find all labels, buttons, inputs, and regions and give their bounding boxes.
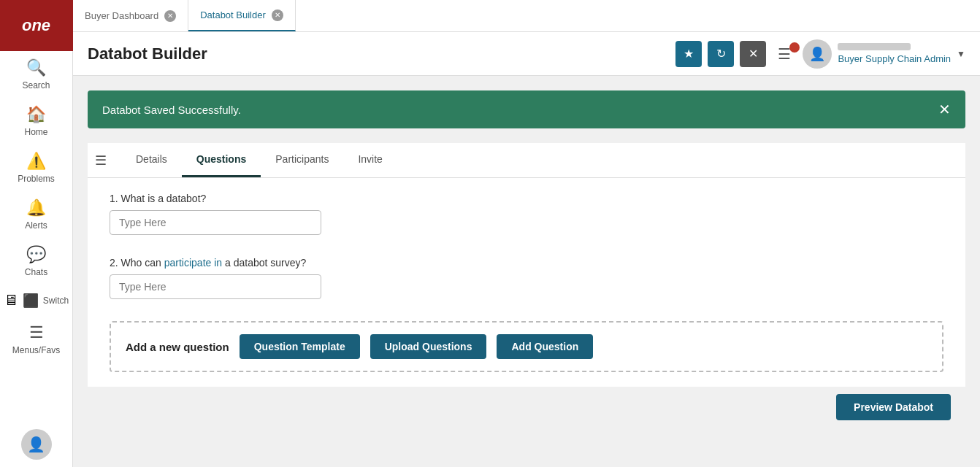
tab-participants[interactable]: Participants [261, 143, 343, 177]
question-text-highlight-2: participate in [164, 257, 225, 269]
sidebar-item-alerts[interactable]: 🔔 Alerts [0, 191, 72, 238]
page-header: Databot Builder ★ ↻ ✕ ☰ 👤 Buyer Supply C… [73, 32, 980, 76]
search-icon: 🔍 [26, 58, 46, 77]
question-template-button[interactable]: Question Template [240, 334, 360, 359]
question-label-1: 1. What is a databot? [110, 193, 943, 204]
tab-label: Databot Builder [200, 9, 266, 20]
sidebar-item-label: Alerts [25, 220, 47, 231]
banner-close-button[interactable]: ✕ [938, 101, 951, 118]
star-button[interactable]: ★ [675, 41, 702, 67]
refresh-button[interactable]: ↻ [708, 41, 734, 67]
menu-button[interactable]: ☰ [772, 45, 797, 63]
tab-questions[interactable]: Questions [182, 143, 261, 177]
header-actions: ★ ↻ ✕ ☰ 👤 Buyer Supply Chain Admin ▼ [675, 39, 965, 69]
add-question-label: Add a new question [126, 341, 229, 353]
question-text-1: What is a databot? [121, 193, 207, 204]
bell-icon: 🔔 [26, 198, 46, 217]
sidebar-item-chats[interactable]: 💬 Chats [0, 238, 72, 285]
questions-area: 1. What is a databot? 2. Who can partici… [88, 178, 965, 387]
tab-close-databot-builder[interactable]: ✕ [272, 9, 283, 21]
question-text-before-2: Who can [121, 257, 164, 269]
banner-message: Databot Saved Successfully. [102, 104, 241, 116]
dropdown-arrow-icon[interactable]: ▼ [957, 49, 965, 59]
sidebar-item-search[interactable]: 🔍 Search [0, 51, 72, 98]
question-text-after-2: a databot survey? [225, 257, 306, 269]
switch-icon-left: 🖥 [4, 292, 18, 309]
tab-details[interactable]: Details [121, 143, 182, 177]
question-input-1[interactable] [110, 210, 321, 235]
home-icon: 🏠 [26, 105, 46, 124]
tab-details-label: Details [136, 153, 167, 165]
question-label-2: 2. Who can participate in a databot surv… [110, 257, 943, 269]
user-section: 👤 Buyer Supply Chain Admin ▼ [803, 39, 965, 69]
nav-menu-icon[interactable]: ☰ [95, 144, 114, 177]
logo-text: one [22, 16, 50, 35]
user-name-blurred [838, 43, 911, 50]
user-info: Buyer Supply Chain Admin [838, 43, 951, 64]
app-logo[interactable]: one [0, 0, 73, 51]
success-banner: Databot Saved Successfully. ✕ [88, 90, 965, 128]
sidebar-item-home[interactable]: 🏠 Home [0, 98, 72, 144]
user-avatar-sidebar[interactable]: 👤 [21, 429, 52, 460]
nav-tabs: ☰ Details Questions Participants Invite [88, 143, 965, 178]
warning-icon: ⚠️ [26, 152, 46, 171]
tab-label: Buyer Dashboard [85, 10, 158, 21]
sidebar-item-menus[interactable]: ☰ Menus/Favs [0, 316, 72, 363]
sidebar-item-problems[interactable]: ⚠️ Problems [0, 144, 72, 191]
sidebar-item-label: Chats [25, 267, 47, 277]
sidebar-item-label: Home [24, 127, 47, 137]
question-input-2[interactable] [110, 274, 321, 299]
switch-label: Switch [43, 296, 69, 306]
tab-bar: Buyer Dashboard ✕ Databot Builder ✕ [73, 0, 980, 32]
tab-participants-label: Participants [275, 153, 329, 165]
tab-buyer-dashboard[interactable]: Buyer Dashboard ✕ [73, 0, 188, 31]
add-question-box: Add a new question Question Template Upl… [110, 321, 943, 372]
preview-databot-button[interactable]: Preview Databot [836, 394, 951, 420]
sidebar-item-label: Menus/Favs [12, 345, 60, 355]
sidebar: one 🔍 Search 🏠 Home ⚠️ Problems 🔔 Alerts… [0, 0, 73, 467]
sidebar-bottom: 👤 [21, 429, 52, 467]
question-block-2: 2. Who can participate in a databot surv… [110, 257, 943, 299]
user-avatar: 👤 [803, 39, 832, 69]
chat-icon: 💬 [26, 245, 46, 264]
question-number-1: 1. [110, 193, 121, 204]
question-block-1: 1. What is a databot? [110, 193, 943, 235]
sidebar-item-switch[interactable]: 🖥 ⬛ Switch [0, 285, 72, 316]
tab-databot-builder[interactable]: Databot Builder ✕ [188, 0, 296, 31]
add-question-button[interactable]: Add Question [497, 334, 593, 359]
question-number-2: 2. [110, 257, 121, 269]
content-area: Databot Saved Successfully. ✕ ☰ Details … [73, 76, 980, 467]
main-area: Buyer Dashboard ✕ Databot Builder ✕ Data… [73, 0, 980, 467]
close-button[interactable]: ✕ [740, 41, 766, 67]
sidebar-item-label: Search [22, 80, 50, 90]
tab-invite[interactable]: Invite [343, 143, 397, 177]
tab-invite-label: Invite [358, 153, 382, 165]
tab-questions-label: Questions [196, 153, 246, 165]
preview-bar: Preview Databot [88, 387, 965, 428]
upload-questions-button[interactable]: Upload Questions [370, 334, 487, 359]
menus-icon: ☰ [29, 323, 44, 342]
tab-close-buyer-dashboard[interactable]: ✕ [164, 10, 176, 22]
page-title: Databot Builder [88, 45, 675, 63]
sidebar-item-label: Problems [18, 174, 55, 184]
switch-icon-right: ⬛ [23, 293, 39, 309]
user-role: Buyer Supply Chain Admin [838, 53, 951, 64]
